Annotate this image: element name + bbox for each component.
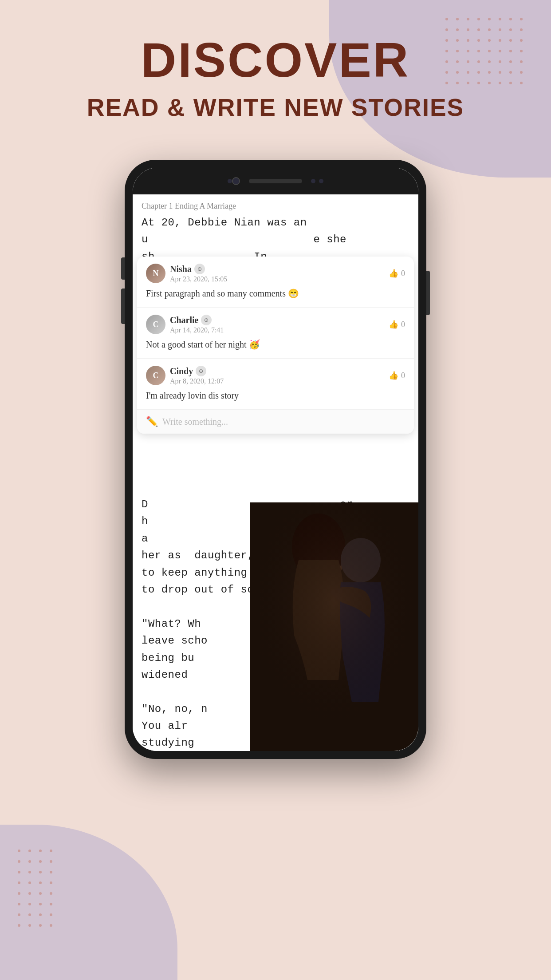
comment-item-2: C Charlie ⊙ Apr 14, 2020, 7:41	[137, 308, 414, 359]
comment-text-1: First paragraph and so many comments 😁	[146, 287, 405, 300]
comment-user-info-3: C Cindy ⊙ Apr 8, 2020, 12:07	[146, 366, 224, 385]
comment-text-3: I'm already lovin dis story	[146, 389, 405, 402]
sensor-2	[311, 179, 315, 183]
avatar-cindy: C	[146, 366, 165, 385]
write-placeholder[interactable]: Write something...	[162, 417, 228, 427]
avatar-nisha: N	[146, 264, 165, 283]
avatar-charlie: C	[146, 315, 165, 334]
username-charlie: Charlie	[170, 315, 198, 325]
like-area-3[interactable]: 👍 0	[389, 371, 405, 380]
thumb-icon-2: 👍	[389, 320, 398, 329]
like-area-2[interactable]: 👍 0	[389, 320, 405, 329]
comments-panel: N Nisha ⊙ Apr 23, 2020, 15:05	[137, 257, 414, 434]
username-cindy: Cindy	[170, 366, 193, 376]
phone-notch	[133, 168, 418, 194]
comment-date-3: Apr 8, 2020, 12:07	[170, 377, 224, 385]
like-count-1: 0	[401, 269, 405, 278]
rank-badge-nisha: ⊙	[194, 264, 205, 274]
phone-wrapper: Chapter 1 Ending A Marriage At 20, Debbi…	[125, 160, 426, 759]
dots-bottom-left	[18, 850, 59, 927]
rank-badge-cindy: ⊙	[196, 366, 206, 376]
couple-image-overlay	[250, 502, 418, 751]
avatar-charlie-initials: C	[153, 320, 159, 329]
phone-screen: Chapter 1 Ending A Marriage At 20, Debbi…	[133, 168, 418, 751]
phone-frame: Chapter 1 Ending A Marriage At 20, Debbi…	[125, 160, 426, 759]
thumb-icon-3: 👍	[389, 371, 398, 380]
avatar-nisha-initials: N	[153, 269, 159, 278]
comment-header-1: N Nisha ⊙ Apr 23, 2020, 15:05	[146, 264, 405, 283]
sensors-right	[311, 179, 323, 183]
thumb-icon-1: 👍	[389, 269, 398, 278]
like-area-1[interactable]: 👍 0	[389, 269, 405, 278]
sensor-3	[319, 179, 323, 183]
speaker	[249, 179, 302, 183]
comment-item-3: C Cindy ⊙ Apr 8, 2020, 12:07	[137, 359, 414, 410]
username-nisha: Nisha	[170, 264, 192, 274]
comment-text-2: Not a good start of her night 🥳	[146, 338, 405, 351]
like-count-2: 0	[401, 320, 405, 329]
rank-badge-charlie: ⊙	[201, 315, 212, 325]
edit-icon: ✏️	[146, 416, 158, 427]
comment-header-2: C Charlie ⊙ Apr 14, 2020, 7:41	[146, 315, 405, 334]
sensor-1	[228, 179, 232, 183]
avatar-cindy-initials: C	[153, 371, 159, 380]
volume-button-up	[121, 257, 125, 280]
subtitle: READ & WRITE NEW STORIES	[0, 93, 551, 122]
front-camera	[232, 177, 240, 185]
chapter-header: Chapter 1 Ending A Marriage	[133, 194, 418, 214]
comment-header-3: C Cindy ⊙ Apr 8, 2020, 12:07	[146, 366, 405, 385]
svg-rect-4	[250, 502, 418, 751]
volume-button-down	[121, 288, 125, 324]
discover-title: DISCOVER	[0, 36, 551, 84]
like-count-3: 0	[401, 371, 405, 380]
comment-input-area: ✏️ Write something...	[137, 410, 414, 434]
power-button	[426, 271, 430, 315]
comment-date-1: Apr 23, 2020, 15:05	[170, 275, 227, 283]
header-section: DISCOVER READ & WRITE NEW STORIES	[0, 36, 551, 122]
screen-content: Chapter 1 Ending A Marriage At 20, Debbi…	[133, 194, 418, 751]
user-name-area-1: Nisha ⊙	[170, 264, 227, 274]
comment-date-2: Apr 14, 2020, 7:41	[170, 326, 224, 334]
user-name-area-2: Charlie ⊙	[170, 315, 224, 325]
comment-item-1: N Nisha ⊙ Apr 23, 2020, 15:05	[137, 257, 414, 308]
user-name-area-3: Cindy ⊙	[170, 366, 224, 376]
comment-user-info-1: N Nisha ⊙ Apr 23, 2020, 15:05	[146, 264, 227, 283]
comment-user-info-2: C Charlie ⊙ Apr 14, 2020, 7:41	[146, 315, 224, 334]
